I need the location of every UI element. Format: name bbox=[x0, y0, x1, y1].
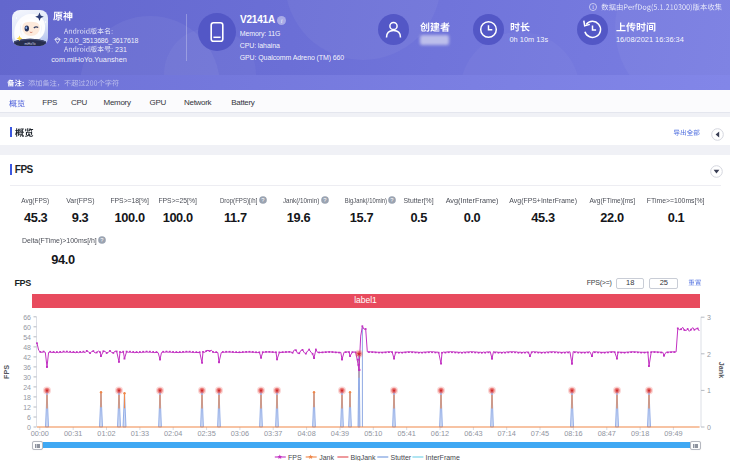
svg-text:06:43: 06:43 bbox=[464, 429, 482, 438]
svg-text:04:08: 04:08 bbox=[297, 429, 315, 438]
svg-text:18: 18 bbox=[23, 394, 31, 401]
svg-text:i: i bbox=[592, 4, 594, 10]
svg-text:6: 6 bbox=[27, 414, 31, 421]
svg-text:12: 12 bbox=[23, 404, 31, 411]
svg-text:07:14: 07:14 bbox=[498, 429, 516, 438]
svg-text:07:45: 07:45 bbox=[531, 429, 549, 438]
svg-text:60: 60 bbox=[23, 324, 31, 331]
svg-text:i: i bbox=[281, 17, 283, 24]
svg-text:FPS: FPS bbox=[288, 453, 302, 460]
svg-text:04:39: 04:39 bbox=[331, 429, 349, 438]
svg-text:0: 0 bbox=[707, 424, 711, 431]
svg-text:FPS: FPS bbox=[2, 365, 11, 379]
svg-text:00:31: 00:31 bbox=[64, 429, 82, 438]
svg-text:09:18: 09:18 bbox=[631, 429, 649, 438]
svg-text:01:33: 01:33 bbox=[131, 429, 149, 438]
svg-text:2: 2 bbox=[707, 351, 711, 358]
svg-text:02:04: 02:04 bbox=[164, 429, 182, 438]
svg-text:miHoYo: miHoYo bbox=[24, 42, 35, 46]
svg-text:08:47: 08:47 bbox=[598, 429, 616, 438]
svg-text:42: 42 bbox=[23, 354, 31, 361]
svg-text:Jank: Jank bbox=[717, 362, 726, 378]
svg-text:06:12: 06:12 bbox=[431, 429, 449, 438]
svg-text:54: 54 bbox=[23, 334, 31, 341]
svg-text:00:00: 00:00 bbox=[31, 429, 49, 438]
svg-text:48: 48 bbox=[23, 344, 31, 351]
svg-text:Stutter: Stutter bbox=[391, 453, 412, 460]
svg-text:08:16: 08:16 bbox=[564, 429, 582, 438]
svg-text:03:37: 03:37 bbox=[264, 429, 282, 438]
svg-text:05:10: 05:10 bbox=[364, 429, 382, 438]
svg-text:36: 36 bbox=[23, 364, 31, 371]
svg-text:05:41: 05:41 bbox=[398, 429, 416, 438]
svg-text:02:35: 02:35 bbox=[197, 429, 215, 438]
svg-text:Jank: Jank bbox=[319, 453, 334, 460]
svg-text:09:49: 09:49 bbox=[664, 429, 682, 438]
svg-text:3: 3 bbox=[707, 314, 711, 321]
svg-text:BigJank: BigJank bbox=[351, 453, 376, 461]
svg-text:24: 24 bbox=[23, 384, 31, 391]
svg-text:03:06: 03:06 bbox=[231, 429, 249, 438]
svg-text:30: 30 bbox=[23, 374, 31, 381]
svg-text:01:02: 01:02 bbox=[97, 429, 115, 438]
svg-text:InterFrame: InterFrame bbox=[426, 453, 460, 460]
svg-text:1: 1 bbox=[707, 387, 711, 394]
svg-text:66: 66 bbox=[23, 314, 31, 321]
